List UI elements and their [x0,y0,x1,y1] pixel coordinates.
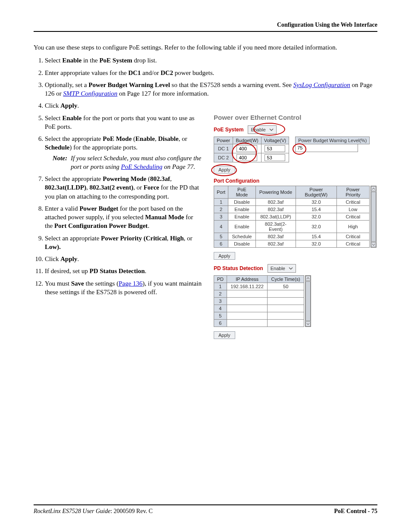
col-ip: IP Address [227,275,267,283]
cell-ip [227,297,267,305]
pd-status-table: PD IP Address Cycle Time(s) 1192.168.11.… [214,275,304,327]
cell-voltage [261,153,289,162]
cell-ip [227,312,267,319]
table-row: 4 [214,305,304,312]
cell-voltage [261,144,289,153]
cell-pd: 4 [214,305,227,312]
cell-ip [227,319,267,327]
warn-level-input[interactable] [295,144,358,152]
col-cycle: Cycle Time(s) [268,275,304,283]
ss-title: Power over Ethernet Control [214,114,377,121]
cell-mode: Enable [228,205,256,213]
cell-priority: Critical [336,198,369,205]
cell-ip [227,290,267,297]
chevron-down-icon [288,265,294,271]
scroll-up-icon[interactable] [305,276,311,281]
poe-system-select-value: Enable [251,127,265,132]
table-row: 1192.168.11.22250 [214,283,304,290]
link-smtp[interactable]: SMTP Configuration [63,90,118,97]
footer-product: RocketLinx ES7528 User Guide [34,508,110,514]
table-row: DC 2 [214,153,289,162]
cell-mode: Schedule [228,233,256,240]
cell-pmode: 802.3at(2-Event) [255,220,296,233]
step-9: Select an appropriate Power Priority (Cr… [45,234,202,252]
cell-budget: 32.0 [296,213,337,220]
cell-mode: Disable [228,240,256,247]
scroll-thumb[interactable] [305,281,311,321]
cell-port: 4 [214,220,228,233]
cell-cycle: 50 [268,283,304,290]
pd-status-select[interactable]: Enable [268,264,296,273]
scroll-down-icon[interactable] [371,242,376,247]
pd-status-label: PD Status Detection [214,265,263,271]
step-8: Enter a valid Power Budget for the port … [45,204,202,230]
budget-input[interactable] [237,145,257,152]
cell-priority: High [336,220,369,233]
apply-button-pd[interactable]: Apply [214,331,235,339]
cell-pmode: 802.3af [255,240,296,247]
col-powering-mode: Powering Mode [255,186,296,198]
scroll-down-icon[interactable] [305,321,311,327]
step-5: Select Enable for the port or ports that… [45,114,202,131]
link-page-136[interactable]: Page 136 [118,280,142,287]
cell-power: DC 2 [214,153,233,162]
col-voltage: Voltage(V) [261,137,289,144]
cell-port: 3 [214,213,228,220]
cell-port: 5 [214,233,228,240]
step-6: Select the appropriate PoE Mode (Enable,… [45,134,202,171]
table-row: 4Enable802.3at(2-Event)32.0High [214,220,370,233]
apply-button-port[interactable]: Apply [214,252,235,260]
cell-port: 2 [214,205,228,213]
cell-priority: Critical [336,233,369,240]
cell-port: 1 [214,198,228,205]
step-3: Optionally, set a Power Budget Warning L… [45,81,377,98]
col-budget: Budget(W) [233,137,262,144]
table-row: 6Disable802.3af32.0Critical [214,240,370,247]
cell-pd: 2 [214,290,227,297]
cell-pd: 3 [214,297,227,305]
page-footer: RocketLinx ES7528 User Guide: 2000509 Re… [34,504,377,515]
cell-pmode: 802.3af [255,233,296,240]
voltage-input[interactable] [265,154,285,161]
cell-priority: Critical [336,240,369,247]
steps-list-left: Select Enable for the port or ports that… [34,114,202,297]
step-12: You must Save the settings (Page 136), i… [45,279,202,297]
col-poe-mode: PoE Mode [228,186,256,198]
apply-button-system[interactable]: Apply [214,166,235,174]
pd-scrollbar[interactable] [305,275,311,327]
table-row: 3 [214,297,304,305]
cell-cycle [268,305,304,312]
col-power-priority: Power Priority [336,186,369,198]
budget-input[interactable] [237,154,257,161]
col-power-budget: Power Budget(W) [296,186,337,198]
scroll-thumb[interactable] [371,192,376,242]
poe-control-screenshot: Power over Ethernet Control PoE System E… [214,114,377,339]
step-7: Select the appropriate Powering Mode (80… [45,174,202,201]
link-syslog[interactable]: SysLog Configuration [293,81,350,88]
cell-mode: Disable [228,198,256,205]
footer-rev: : 2000509 Rev. C [110,508,153,514]
cell-cycle [268,312,304,319]
poe-system-select[interactable]: Enable [248,125,276,134]
scroll-up-icon[interactable] [371,186,376,191]
voltage-input[interactable] [265,145,285,152]
link-poe-scheduling[interactable]: PoE Scheduling [121,163,162,170]
cell-budget [233,153,262,162]
port-config-table: Port PoE Mode Powering Mode Power Budget… [214,186,370,248]
table-row: 5 [214,312,304,319]
step-11: If desired, set up PD Status Detection. [45,267,202,275]
cell-port: 6 [214,240,228,247]
cell-budget: 15.4 [296,233,337,240]
table-row: 3Enable802.3at(LLDP)32.0Critical [214,213,370,220]
cell-priority: Critical [336,213,369,220]
cell-pmode: 802.3af [255,198,296,205]
steps-list-top: Select Enable in the PoE System drop lis… [34,56,377,110]
cell-power: DC 1 [214,144,233,153]
cell-cycle [268,290,304,297]
table-row: DC 1 [214,144,289,153]
table-row: 2 [214,290,304,297]
cell-mode: Enable [228,213,256,220]
table-row: 2Enable802.3af15.4Low [214,205,370,213]
table-row: 5Schedule802.3af15.4Critical [214,233,370,240]
port-scrollbar[interactable] [371,186,377,248]
